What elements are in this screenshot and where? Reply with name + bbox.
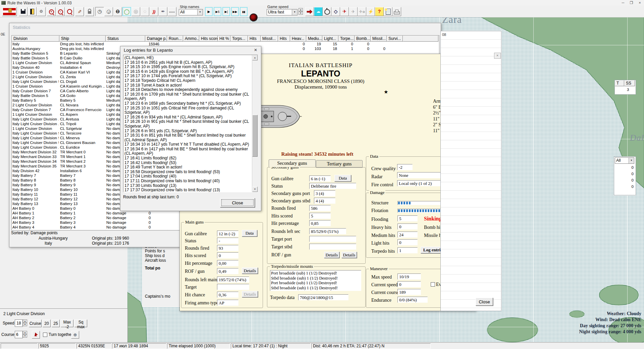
window-titlebar[interactable]: Rule the Waves III - Version 1.00.03 ─ ❐…	[0, 0, 644, 6]
speed-25-button[interactable]: 25	[52, 319, 60, 327]
column-header[interactable]: Mediu...	[306, 36, 322, 42]
division-cell: Italy Division 40	[12, 65, 59, 70]
column-header[interactable]: Survi...	[387, 36, 403, 42]
save-button[interactable]	[19, 7, 28, 16]
help-button[interactable]: ?	[375, 7, 384, 16]
column-header[interactable]: Ammo...	[183, 36, 199, 42]
settings-button[interactable]: ⚙	[37, 7, 46, 16]
ships-list-window-fragment[interactable]: 08 × Close	[440, 31, 501, 311]
column-header[interactable]: Roun...	[167, 36, 183, 42]
pen-button[interactable]: ✒	[159, 7, 167, 16]
data-button[interactable]: Data	[242, 230, 257, 237]
ship-cell: CL Giovanni Bausan	[60, 140, 105, 145]
ship-class: FRANCESCO MOROSINI CLASS (1890)	[265, 79, 376, 84]
game-speed-select[interactable]: Ultra fast ▼	[267, 9, 298, 15]
column-header[interactable]: Missil...	[371, 36, 387, 42]
column-header[interactable]: Bomb...	[355, 36, 371, 42]
tab-secondary-guns[interactable]: Secondary guns	[269, 159, 316, 167]
column-header[interactable]: Ship	[59, 36, 106, 42]
details-button[interactable]: Details	[242, 267, 258, 274]
dashed-circle-button[interactable]: ◌	[141, 7, 149, 16]
column-header[interactable]: Torps...	[230, 36, 248, 42]
zoom-in-button[interactable]: +	[47, 7, 56, 16]
close-icon[interactable]: ×	[494, 53, 501, 59]
column-header[interactable]: Hits	[278, 36, 290, 42]
scroll-thumb[interactable]	[252, 115, 258, 157]
play-5-button[interactable]: ▶5	[214, 7, 221, 16]
column-header[interactable]: Status	[106, 36, 145, 42]
log-close-button[interactable]: Close	[220, 198, 255, 207]
range-circle-button[interactable]: ◯	[122, 7, 131, 16]
double-circle-button[interactable]: ◎	[131, 7, 140, 16]
maximize-button[interactable]: ❐	[627, 0, 636, 6]
background-close-button[interactable]: Close	[476, 298, 493, 306]
column-header[interactable]: Missil...	[261, 36, 278, 42]
report-button[interactable]	[384, 7, 392, 16]
notes-button[interactable]: ◇	[331, 7, 340, 16]
all-filter-select[interactable]: All ▼	[615, 157, 634, 164]
torpedo-mounts-list[interactable]: Port broadside (sub) 1 (1/2) Destroyed!S…	[270, 270, 361, 291]
log-entries-list[interactable]: (CL Aspern, HE)17 16:10 6 in 2951 yds Hu…	[123, 55, 258, 192]
pause-button[interactable]: ▮▮	[240, 7, 248, 16]
data-button[interactable]: Data	[334, 175, 351, 182]
play-button[interactable]: ▶	[205, 7, 213, 16]
course-spinner[interactable]: ▲▼	[23, 331, 27, 338]
column-header[interactable]: Damage p...	[145, 36, 167, 42]
log-scrollbar[interactable]: ▲ ▼	[252, 55, 258, 192]
nation-flag-button[interactable]	[2, 7, 17, 16]
strike-button[interactable]: ⚡	[366, 7, 375, 16]
weather-line: Day sighting range: 27 000 yds	[500, 323, 641, 329]
table-header-fragment: T SS 3	[614, 80, 636, 95]
clock-mode-button[interactable]: ◷	[95, 7, 104, 16]
turn-together-checkbox[interactable]	[43, 333, 47, 337]
course-input[interactable]: 6	[15, 331, 23, 338]
torpedo-mount-line: Port broadside (sub) 1 (1/2) Destroyed!	[271, 281, 360, 286]
ship-names-select[interactable]: All ▼	[179, 9, 203, 15]
speed-input[interactable]: 18	[15, 319, 23, 327]
draw-button[interactable]: ✎	[75, 7, 84, 16]
air-group-button[interactable]: ✈	[349, 7, 358, 16]
current-course-value: 189	[397, 289, 421, 295]
column-header[interactable]: Hit %	[218, 36, 230, 42]
column-header[interactable]: Hits	[248, 36, 261, 42]
log-entries-dialog[interactable]: Log entries for B Lepanto ✕ (CL Aspern, …	[120, 46, 261, 211]
contact-minus-button[interactable]: ⊖	[113, 7, 122, 16]
dots-button[interactable]: •••••	[168, 7, 176, 16]
air-patrol-button[interactable]: ✈○	[358, 7, 366, 16]
print-button[interactable]	[392, 7, 401, 16]
tab-tertiary-guns[interactable]: Tertiary guns	[316, 160, 363, 168]
clock-alt-button[interactable]: ◶	[104, 7, 113, 16]
column-header[interactable]: Heav...	[290, 36, 306, 42]
exit-button[interactable]	[28, 7, 37, 16]
column-header[interactable]: Division	[12, 36, 59, 42]
cruise-button[interactable]: Cruise	[29, 319, 42, 327]
speed-20-button[interactable]: 20	[43, 319, 51, 327]
weather-button[interactable]: ☁	[314, 7, 323, 16]
fast-forward-button[interactable]: ▶▶	[231, 7, 239, 16]
zoom-out-button[interactable]: −	[56, 7, 65, 16]
evading-checkbox[interactable]	[431, 282, 435, 287]
speed-spinner[interactable]: ▲▼	[23, 319, 27, 327]
scroll-up-icon[interactable]: ▲	[252, 55, 258, 60]
details-stbd-button[interactable]: Details	[341, 252, 357, 258]
air-raid-button[interactable]: ✈	[340, 7, 349, 16]
column-header[interactable]: Light...	[322, 36, 338, 42]
play-step-button[interactable]: ▶|	[222, 7, 230, 16]
squadron-max-button[interactable]: Sq max	[74, 319, 87, 327]
game-speed-spinner[interactable]: ▲▼	[299, 8, 303, 15]
close-button[interactable]: ×	[636, 0, 644, 6]
formation-button[interactable]: ⊕	[71, 331, 79, 339]
max-speed-button[interactable]: Max -2	[61, 319, 73, 327]
advance-button[interactable]	[305, 7, 314, 16]
scroll-down-icon[interactable]: ▼	[252, 187, 258, 192]
column-header[interactable]: Hits scored	[199, 36, 218, 42]
wake-lines-button[interactable]: ))	[150, 7, 158, 16]
zoom-area-button[interactable]	[65, 7, 74, 16]
close-icon[interactable]: ✕	[253, 48, 259, 53]
set-course-button[interactable]	[32, 331, 40, 339]
minimize-button[interactable]: ─	[619, 0, 627, 6]
timer-button[interactable]	[323, 7, 331, 16]
lock-button[interactable]	[85, 7, 94, 16]
details-port-button[interactable]: Details	[324, 252, 339, 258]
column-header[interactable]: Torpe...	[338, 36, 355, 42]
